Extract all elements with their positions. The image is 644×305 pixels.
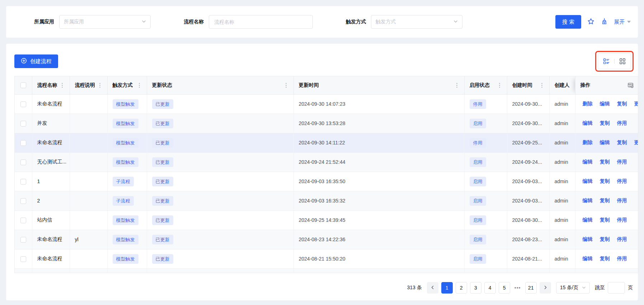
cell-creator: admin xyxy=(549,249,575,268)
op-link[interactable]: 编辑 xyxy=(583,197,593,203)
update-status-tag: 已更新 xyxy=(152,99,173,109)
page-button-2[interactable]: 2 xyxy=(456,282,467,294)
cell-select xyxy=(15,133,32,152)
op-link[interactable]: 编辑 xyxy=(600,101,610,106)
cell-update_time: 2024-09-03 16:35:32 xyxy=(293,191,464,210)
filter-group-app: 所属应用 所属应用 xyxy=(34,15,151,29)
cell-trigger: 模型触发 xyxy=(107,230,147,249)
op-link[interactable]: 编辑 xyxy=(583,236,593,242)
op-link[interactable]: 编辑 xyxy=(583,159,593,165)
column-menu-icon[interactable]: ⋮ xyxy=(452,82,460,88)
op-link[interactable]: 停用 xyxy=(617,197,627,203)
expand-toggle[interactable]: 展开 xyxy=(614,19,631,25)
cell-update_status: 已更新 xyxy=(147,210,293,230)
table-settings-icon[interactable] xyxy=(627,82,634,88)
op-link[interactable]: 停用 xyxy=(617,178,627,184)
cell-desc xyxy=(70,268,107,273)
clear-filters-button[interactable] xyxy=(601,18,608,26)
column-menu-icon[interactable]: ⋮ xyxy=(495,82,503,88)
cell-update_time: 2024-08-21 15:50:20 xyxy=(293,249,464,268)
row-checkbox[interactable] xyxy=(20,159,26,165)
op-link[interactable]: 停用 xyxy=(617,236,627,242)
next-page-button[interactable] xyxy=(540,282,551,294)
cell-create_time: 2024-09-03... xyxy=(507,172,549,191)
op-link[interactable]: 停用 xyxy=(617,256,627,261)
page-button-21[interactable]: 21 xyxy=(525,282,537,294)
cell-update_status xyxy=(147,268,293,273)
page-button-5[interactable]: 5 xyxy=(499,282,510,294)
row-checkbox[interactable] xyxy=(20,179,26,185)
create-workflow-button[interactable]: 创建流程 xyxy=(14,54,58,68)
row-checkbox[interactable] xyxy=(20,121,26,127)
cell-name: 无心测试工... xyxy=(32,152,70,172)
update-status-tag: 已更新 xyxy=(152,138,173,148)
cell-enable_status: 启用 xyxy=(464,210,507,230)
cell-enable_status: 启用 xyxy=(464,172,507,191)
op-link[interactable]: 更多 xyxy=(634,101,638,106)
select-all-checkbox[interactable] xyxy=(20,82,26,88)
row-checkbox[interactable] xyxy=(20,198,26,204)
row-checkbox[interactable] xyxy=(20,218,26,223)
name-filter-input[interactable] xyxy=(213,19,308,25)
toggle-divider xyxy=(614,59,615,64)
op-link[interactable]: 复制 xyxy=(600,217,610,223)
row-checkbox[interactable] xyxy=(20,140,26,146)
col-header-ops: 操作 xyxy=(575,76,638,94)
column-menu-icon[interactable]: ⋮ xyxy=(135,82,142,88)
op-link[interactable]: 复制 xyxy=(600,159,610,165)
op-link[interactable]: 停用 xyxy=(617,159,627,165)
trigger-type-tag: 模型触发 xyxy=(113,235,138,244)
column-menu-icon[interactable]: ⋮ xyxy=(57,82,65,88)
op-link[interactable]: 删除 xyxy=(583,139,593,145)
jump-page-input[interactable] xyxy=(608,282,625,294)
cell-desc xyxy=(70,133,107,152)
app-filter-select[interactable]: 所属应用 xyxy=(59,15,151,29)
trigger-type-tag: 模型触发 xyxy=(113,157,138,167)
cell-desc xyxy=(70,210,107,230)
op-link[interactable]: 编辑 xyxy=(583,256,593,261)
cell-select xyxy=(15,172,32,191)
op-link[interactable]: 停用 xyxy=(617,217,627,223)
col-label-enable_status: 启用状态 xyxy=(470,82,490,89)
page-button-1[interactable]: 1 xyxy=(441,282,453,294)
op-link[interactable]: 复制 xyxy=(600,236,610,242)
op-link[interactable]: 复制 xyxy=(617,139,627,145)
favorite-button[interactable] xyxy=(587,18,595,27)
search-button[interactable]: 搜 索 xyxy=(555,15,581,29)
cell-update_time: 2024-09-03 16:35:50 xyxy=(293,172,464,191)
row-checkbox[interactable] xyxy=(20,101,26,107)
op-link[interactable]: 编辑 xyxy=(583,178,593,184)
op-link[interactable]: 更多 xyxy=(634,139,638,145)
table-header-row: 流程名称⋮流程说明⋮触发方式⋮更新状态⋮更新时间⋮启用状态⋮创建时间⋮创建人操作 xyxy=(15,76,638,94)
column-menu-icon[interactable]: ⋮ xyxy=(281,82,289,88)
op-link[interactable]: 复制 xyxy=(600,197,610,203)
page-ellipsis[interactable]: ••• xyxy=(513,285,522,291)
op-link[interactable]: 编辑 xyxy=(583,217,593,223)
list-view-icon[interactable] xyxy=(603,58,610,65)
row-checkbox[interactable] xyxy=(20,256,26,262)
page-size-select[interactable]: 15 条/页 xyxy=(556,282,590,294)
col-label-creator: 创建人 xyxy=(555,82,570,89)
app-filter-placeholder: 所属应用 xyxy=(64,19,84,25)
op-link[interactable]: 删除 xyxy=(583,101,593,106)
table-row: 未命名流程模型触发已更新2024-09-30 14:07:23停用2024-09… xyxy=(15,94,638,114)
op-link[interactable]: 复制 xyxy=(600,178,610,184)
page-button-3[interactable]: 3 xyxy=(470,282,481,294)
prev-page-button[interactable] xyxy=(427,282,438,294)
cell-enable_status: 启用 xyxy=(464,191,507,210)
cell-create_time: 2024-08-30... xyxy=(507,210,549,230)
op-link[interactable]: 编辑 xyxy=(600,139,610,145)
op-link[interactable]: 复制 xyxy=(617,101,627,106)
op-link[interactable]: 复制 xyxy=(600,256,610,261)
op-link[interactable]: 编辑 xyxy=(583,120,593,126)
column-menu-icon[interactable]: ⋮ xyxy=(537,82,545,88)
row-checkbox[interactable] xyxy=(20,237,26,243)
op-link[interactable]: 停用 xyxy=(617,120,627,126)
col-label-trigger: 触发方式 xyxy=(113,82,133,89)
chevron-left-icon xyxy=(431,285,435,291)
column-menu-icon[interactable]: ⋮ xyxy=(95,82,103,88)
grid-view-icon[interactable] xyxy=(619,58,626,65)
trigger-filter-select[interactable]: 触发方式 xyxy=(371,15,462,29)
op-link[interactable]: 复制 xyxy=(600,120,610,126)
page-button-4[interactable]: 4 xyxy=(484,282,496,294)
